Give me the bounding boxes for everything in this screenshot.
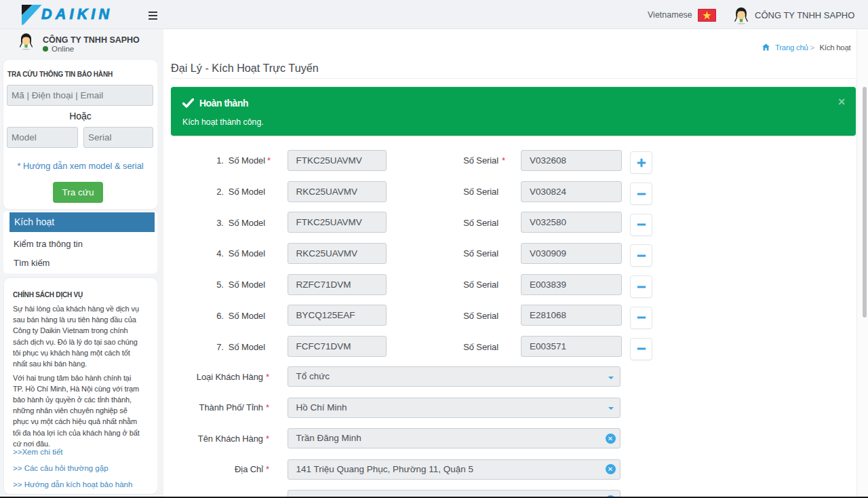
svg-text:DAIKIN: DAIKIN [41, 6, 113, 22]
